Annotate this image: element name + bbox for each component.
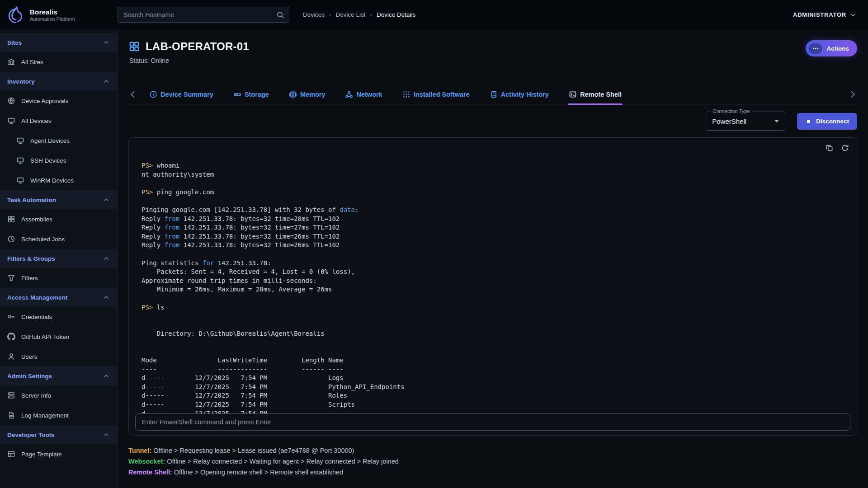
sidebar-item-ssh-devices[interactable]: SSH Devices	[0, 150, 117, 170]
sidebar-section-access-management[interactable]: Access Management	[0, 288, 117, 307]
sidebar-section-inventory[interactable]: Inventory	[0, 72, 117, 91]
device-header-left: LAB-OPERATOR-01 Status: Online	[128, 40, 249, 64]
sidebar: SitesAll SitesInventoryDevice ApprovalsA…	[0, 29, 118, 488]
device-icon	[128, 41, 140, 52]
sidebar-section-label: Developer Tools	[7, 432, 54, 438]
tab-device-summary[interactable]: Device Summary	[149, 84, 213, 105]
sidebar-item-credentials[interactable]: Credentials	[0, 307, 117, 327]
sidebar-item-label: Agent Devices	[30, 137, 70, 144]
server-icon	[7, 391, 15, 399]
monitor-icon	[16, 136, 24, 145]
history-icon	[490, 90, 498, 99]
sidebar-item-winrm-devices[interactable]: WinRM Devices	[0, 170, 117, 190]
sidebar-section-label: Inventory	[7, 78, 35, 85]
sidebar-item-assemblies[interactable]: Assemblies	[0, 209, 117, 229]
chevron-up-icon	[103, 39, 110, 46]
sidebar-item-all-devices[interactable]: All Devices	[0, 111, 117, 131]
tab-label: Device Summary	[160, 91, 213, 98]
breadcrumb-item-devices[interactable]: Devices	[303, 11, 325, 18]
status-label: Remote Shell:	[128, 469, 172, 476]
actions-button-label: Actions	[826, 45, 849, 52]
search-input[interactable]	[123, 11, 276, 19]
sidebar-item-server-info[interactable]: Server Info	[0, 385, 117, 405]
sidebar-item-label: Page Template	[21, 451, 62, 458]
terminal-line	[142, 179, 844, 188]
brand: Borealis Automation Platform	[6, 5, 118, 24]
sidebar-item-label: SSH Devices	[30, 157, 66, 164]
sidebar-item-agent-devices[interactable]: Agent Devices	[0, 131, 117, 150]
terminal-line: Reply from 142.251.33.78: bytes=32 time=…	[142, 215, 844, 224]
actions-button[interactable]: Actions	[806, 40, 857, 56]
ellipsis-icon	[812, 45, 819, 52]
sidebar-section-sites[interactable]: Sites	[0, 33, 117, 52]
grid-icon	[7, 215, 15, 223]
tabs-chevron-left-icon[interactable]	[128, 90, 137, 99]
sidebar-nav: SitesAll SitesInventoryDevice ApprovalsA…	[0, 33, 117, 464]
breadcrumb-item-device-list[interactable]: Device List	[336, 11, 366, 18]
terminal-output[interactable]: PS> whoamint authority\system PS> ping g…	[129, 138, 857, 418]
chevron-up-icon	[103, 255, 110, 262]
sidebar-item-users[interactable]: Users	[0, 347, 117, 366]
sidebar-section-developer-tools[interactable]: Developer Tools	[0, 425, 117, 444]
sidebar-item-label: Credentials	[21, 314, 52, 320]
refresh-icon[interactable]	[841, 144, 849, 152]
tab-label: Storage	[245, 91, 269, 98]
sidebar-item-scheduled-jobs[interactable]: Scheduled Jobs	[0, 229, 117, 249]
connection-row: Connection Type PowerShell Disconnect	[128, 111, 857, 131]
tab-label: Installed Software	[414, 91, 470, 98]
tabs: Device SummaryStorageMemoryNetworkInstal…	[149, 84, 836, 105]
tab-memory[interactable]: Memory	[289, 84, 326, 105]
terminal-command-input[interactable]	[135, 413, 850, 431]
tab-label: Memory	[300, 91, 326, 98]
tabs-chevron-right-icon[interactable]	[848, 90, 857, 99]
topbar: Borealis Automation Platform Devices›Dev…	[0, 0, 868, 29]
sidebar-item-filters[interactable]: Filters	[0, 268, 117, 288]
connection-type-label: Connection Type	[710, 108, 752, 114]
tab-label: Network	[356, 91, 382, 98]
terminal-line	[142, 321, 844, 330]
sidebar-item-device-approvals[interactable]: Device Approvals	[0, 91, 117, 111]
connection-type-select[interactable]: Connection Type PowerShell	[706, 112, 785, 131]
sidebar-section-admin-settings[interactable]: Admin Settings	[0, 366, 117, 385]
github-icon	[7, 333, 15, 341]
status-label: Websocket:	[128, 458, 165, 465]
terminal-line: Approximate round trip times in milli-se…	[142, 277, 844, 286]
tab-activity-history[interactable]: Activity History	[490, 84, 549, 105]
key-icon	[7, 313, 15, 321]
tab-storage[interactable]: Storage	[233, 84, 269, 105]
status-line-tunnel: Tunnel: Offline > Requesting lease > Lea…	[128, 446, 857, 455]
user-menu-label: ADMINISTRATOR	[793, 11, 846, 18]
terminal-line: d----- 12/7/2025 7:54 PM Logs	[142, 374, 844, 383]
terminal-line: PS> ls	[142, 303, 844, 312]
breadcrumb-item-device-details[interactable]: Device Details	[377, 11, 415, 18]
user-menu[interactable]: ADMINISTRATOR	[793, 11, 857, 19]
device-status: Status: Online	[129, 57, 249, 64]
sidebar-item-label: Device Approvals	[21, 98, 68, 104]
user-icon	[7, 352, 15, 361]
sidebar-item-github-api-token[interactable]: GitHub API Token	[0, 327, 117, 347]
status-text: Offline > Opening remote shell > Remote …	[172, 469, 344, 476]
tab-network[interactable]: Network	[345, 84, 382, 105]
sidebar-item-page-template[interactable]: Page Template	[0, 444, 117, 464]
sidebar-item-label: WinRM Devices	[30, 177, 74, 184]
sidebar-section-label: Task Automation	[7, 197, 56, 203]
sidebar-section-filters-groups[interactable]: Filters & Groups	[0, 249, 117, 268]
sidebar-section-label: Admin Settings	[7, 373, 52, 380]
tab-installed-software[interactable]: Installed Software	[402, 84, 470, 105]
search-hostname-box[interactable]	[118, 7, 289, 23]
terminal-line: Reply from 142.251.33.78: bytes=32 time=…	[142, 232, 844, 241]
sidebar-item-log-management[interactable]: Log Management	[0, 405, 117, 425]
tab-remote-shell[interactable]: Remote Shell	[569, 84, 622, 105]
sidebar-item-label: Filters	[21, 275, 38, 282]
network-icon	[345, 90, 353, 99]
disconnect-button[interactable]: Disconnect	[797, 113, 857, 130]
apps-icon	[402, 90, 410, 99]
terminal-line: d----- 12/7/2025 7:54 PM Python_API_Endp…	[142, 383, 844, 392]
copy-icon[interactable]	[825, 144, 834, 152]
tab-strip: Device SummaryStorageMemoryNetworkInstal…	[128, 84, 857, 105]
sidebar-section-task-automation[interactable]: Task Automation	[0, 190, 117, 209]
sidebar-item-all-sites[interactable]: All Sites	[0, 52, 117, 72]
globe-icon	[7, 97, 15, 105]
sidebar-item-label: All Sites	[21, 59, 43, 66]
terminal-line: PS> whoami	[142, 161, 844, 170]
